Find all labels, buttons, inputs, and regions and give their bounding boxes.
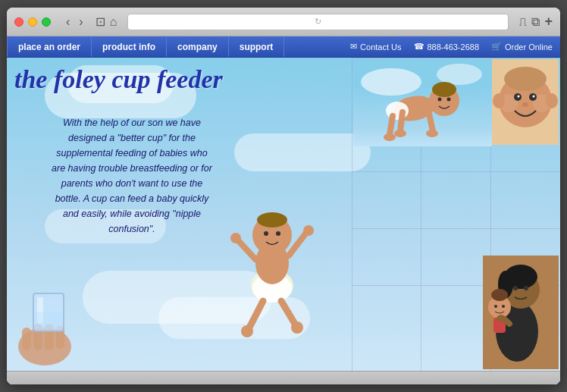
nav-item-support[interactable]: support [229,36,285,57]
baby-svg [219,168,325,358]
mother-child-photo [483,256,559,369]
order-online-link[interactable]: 🛒 Order Online [491,42,553,52]
svg-point-44 [518,96,520,98]
svg-line-7 [238,240,255,259]
back-button[interactable]: ‹ [63,14,73,30]
browser-titlebar: ‹ › ⊡ ⌂ ↻ ⎍ ⧉ + [7,8,560,36]
svg-point-8 [230,233,241,243]
nav-item-company[interactable]: company [167,36,229,57]
new-tab-icon[interactable]: ⧉ [531,15,540,29]
baby-face-svg [492,59,559,145]
email-icon: ✉ [350,42,357,52]
nav-item-product[interactable]: product info [92,36,167,57]
contact-area: ✉ Contact Us ☎ 888-463-2688 🛒 Order Onli… [343,42,560,52]
nav-buttons: ‹ › [63,14,86,30]
svg-point-36 [447,98,451,102]
traffic-lights [14,17,51,27]
svg-point-39 [504,67,547,91]
toolbar-right: ⎍ ⧉ + [519,14,553,30]
address-bar[interactable]: ↻ [127,14,509,30]
svg-point-55 [524,286,528,290]
svg-point-28 [386,102,409,120]
svg-point-59 [502,305,505,308]
svg-line-29 [429,114,433,131]
svg-point-58 [494,305,497,308]
svg-point-26 [432,82,456,97]
svg-point-34 [394,130,406,137]
svg-point-12 [241,325,253,337]
add-tab-button[interactable]: + [544,14,553,30]
site-title: the foley cup feeder [14,65,356,93]
description-container: With the help of our son we have designe… [45,109,219,243]
svg-point-45 [533,96,535,98]
svg-point-47 [493,93,505,108]
svg-point-10 [303,225,314,236]
svg-line-11 [249,301,263,328]
svg-point-48 [546,93,558,108]
crawling-baby-svg [353,59,492,146]
status-bar [7,371,560,384]
show-tab-icon: ⊡ [96,14,105,29]
nav-items: place an order product info company supp… [7,36,284,57]
svg-point-5 [264,231,268,236]
close-button[interactable] [14,17,23,27]
svg-point-24 [437,64,482,85]
svg-line-31 [390,116,393,135]
svg-point-14 [291,321,303,334]
nav-bar: place an order product info company supp… [7,36,560,58]
svg-point-46 [522,102,528,107]
address-bar-area: ↻ [127,14,509,30]
mother-child-svg [483,256,559,369]
cup-svg [7,263,113,377]
nav-item-order[interactable]: place an order [7,36,92,57]
minimize-button[interactable] [28,17,37,27]
svg-line-30 [400,112,403,131]
svg-point-33 [426,130,438,137]
main-content: the foley cup feeder With the help of ou… [7,58,560,384]
forward-button[interactable]: › [76,14,86,30]
svg-point-23 [361,68,421,96]
svg-point-6 [276,231,280,236]
svg-point-57 [491,289,508,301]
svg-line-13 [281,301,295,324]
phone-icon: ☎ [414,42,424,52]
cart-icon: 🛒 [491,42,502,52]
baby-jumping-image [211,165,333,362]
svg-point-35 [438,98,442,102]
hand-cup-image [7,263,113,377]
svg-rect-16 [22,328,31,350]
baby-crawling-photo [353,59,492,146]
browser-window: ‹ › ⊡ ⌂ ↻ ⎍ ⧉ + place an order pr [7,8,560,384]
website-content: place an order product info company supp… [7,36,560,384]
svg-rect-22 [35,312,62,330]
hero-description: With the help of our son we have designe… [51,115,213,237]
svg-point-4 [257,212,287,227]
svg-point-54 [513,286,518,290]
home-icon: ⌂ [110,15,117,29]
share-icon[interactable]: ⎍ [519,15,527,29]
maximize-button[interactable] [42,17,51,27]
baby-face-photo [492,59,559,145]
contact-email[interactable]: ✉ Contact Us [350,42,401,52]
contact-phone: ☎ 888-463-2688 [414,42,480,52]
svg-point-32 [384,133,396,141]
